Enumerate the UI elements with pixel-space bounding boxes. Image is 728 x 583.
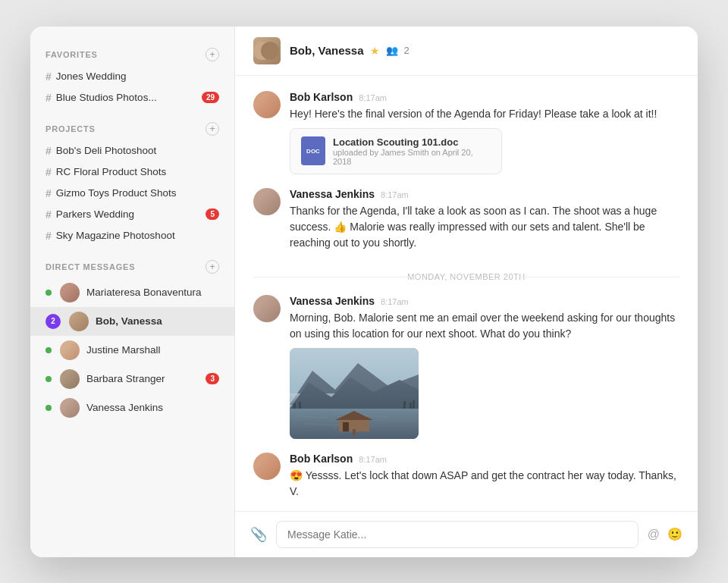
dm-label: DIRECT MESSAGES <box>46 262 135 271</box>
message-content: Bob Karlson 8:17am Hey! Here's the final… <box>290 91 679 174</box>
chat-area: Bob, Vanessa ★ 👥 2 Bob Karlson 8:17am He… <box>235 27 698 557</box>
sidebar-item-bobs-deli[interactable]: # Bob's Deli Photoshoot <box>30 140 234 161</box>
unread-badge: 3 <box>206 373 219 384</box>
message-text: 😍 Yessss. Let's lock that down ASAP and … <box>290 468 679 500</box>
chat-input-area: 📎 @ 🙂 <box>235 511 698 557</box>
message-group: Vanessa Jenkins 8:17am Thanks for the Ag… <box>253 188 679 251</box>
unread-count: 2 <box>46 314 61 329</box>
favorites-section-header: FAVORITES + <box>30 42 234 66</box>
dm-section-header: DIRECT MESSAGES + <box>30 254 234 278</box>
add-project-button[interactable]: + <box>206 122 219 136</box>
message-text: Thanks for the Agenda, I'll take a look … <box>290 203 679 251</box>
avatar <box>253 188 281 215</box>
message-time: 8:17am <box>381 297 409 306</box>
avatar <box>253 453 281 480</box>
doc-file-icon: DOC <box>301 136 325 165</box>
dm-item-bob-vanessa[interactable]: 2 Bob, Vanessa <box>30 307 234 336</box>
file-info: Location Scouting 101.doc uploaded by Ja… <box>333 136 491 166</box>
hash-icon: # <box>46 92 52 104</box>
dm-item-barbara[interactable]: Barbara Stranger 3 <box>30 365 234 393</box>
avatar <box>253 91 281 118</box>
message-text: Hey! Here's the final version of the Age… <box>290 106 679 122</box>
message-time: 8:17am <box>359 93 387 102</box>
sidebar-item-label: Gizmo Toys Product Shots <box>56 187 177 199</box>
projects-label: PROJECTS <box>46 124 96 133</box>
sidebar-item-parkers-wedding[interactable]: # Parkers Wedding 5 <box>30 204 234 225</box>
landscape-image <box>290 348 419 439</box>
message-text: Morning, Bob. Malorie sent me an email o… <box>290 310 679 342</box>
svg-rect-18 <box>353 429 356 435</box>
sidebar-item-jones-wedding[interactable]: # Jones Wedding <box>30 66 234 87</box>
sidebar-item-label: RC Floral Product Shots <box>56 166 167 177</box>
avatar <box>60 398 80 418</box>
mention-button[interactable]: @ <box>648 528 660 541</box>
message-header: Vanessa Jenkins 8:17am <box>290 188 679 200</box>
date-divider: Monday, November 20th <box>253 272 679 281</box>
message-content: Bob Karlson 8:17am 😍 Yessss. Let's lock … <box>290 453 679 500</box>
message-group: Bob Karlson 8:17am Hey! Here's the final… <box>253 91 679 174</box>
status-dot <box>46 347 52 353</box>
hash-icon: # <box>46 230 52 242</box>
svg-point-1 <box>261 42 279 60</box>
projects-section-header: PROJECTS + <box>30 116 234 140</box>
sidebar-item-label: Bob's Deli Photoshoot <box>56 145 156 156</box>
message-header: Bob Karlson 8:17am <box>290 453 679 465</box>
add-favorite-button[interactable]: + <box>206 48 219 61</box>
chat-title: Bob, Vanessa <box>290 44 364 57</box>
status-dot <box>46 290 52 296</box>
sidebar-item-label: Jones Wedding <box>56 71 127 82</box>
message-time: 8:17am <box>381 190 409 199</box>
file-attachment[interactable]: DOC Location Scouting 101.doc uploaded b… <box>290 128 502 174</box>
dm-label: Mariateresa Bonaventura <box>86 287 202 298</box>
message-time: 8:17am <box>359 455 387 464</box>
message-content: Vanessa Jenkins 8:17am Morning, Bob. Mal… <box>290 295 679 439</box>
sidebar-item-rc-floral[interactable]: # RC Floral Product Shots <box>30 161 234 183</box>
message-image <box>290 348 419 439</box>
message-header: Vanessa Jenkins 8:17am <box>290 295 679 307</box>
chat-header: Bob, Vanessa ★ 👥 2 <box>235 27 698 76</box>
chat-header-meta: Bob, Vanessa ★ 👥 2 <box>290 44 410 57</box>
people-icon: 👥 <box>386 45 398 56</box>
star-icon[interactable]: ★ <box>370 45 380 57</box>
dm-item-mariateresa[interactable]: Mariateresa Bonaventura <box>30 278 234 307</box>
status-dot <box>46 376 52 382</box>
member-count: 2 <box>404 45 410 56</box>
dm-item-justine[interactable]: Justine Marshall <box>30 336 234 365</box>
dm-label: Vanessa Jenkins <box>86 402 163 413</box>
sidebar-item-gizmo-toys[interactable]: # Gizmo Toys Product Shots <box>30 183 234 204</box>
message-group: Bob Karlson 8:17am 😍 Yessss. Let's lock … <box>253 453 679 500</box>
chat-header-avatar <box>253 37 281 64</box>
unread-badge: 5 <box>206 208 219 220</box>
hash-icon: # <box>46 208 52 221</box>
input-actions: @ 🙂 <box>648 527 682 541</box>
file-name: Location Scouting 101.doc <box>333 136 491 148</box>
favorites-label: FAVORITES <box>46 50 98 59</box>
svg-rect-17 <box>343 422 349 431</box>
sidebar-item-label: Blue Studios Photos... <box>56 92 157 103</box>
sidebar-item-label: Sky Magazine Photoshoot <box>56 230 175 241</box>
message-sender: Vanessa Jenkins <box>290 188 375 200</box>
message-sender: Bob Karlson <box>290 91 353 103</box>
sidebar-item-sky-magazine[interactable]: # Sky Magazine Photoshoot <box>30 225 234 246</box>
messages-container: Bob Karlson 8:17am Hey! Here's the final… <box>235 76 698 511</box>
emoji-button[interactable]: 🙂 <box>667 527 682 541</box>
sidebar: FAVORITES + # Jones Wedding # Blue Studi… <box>30 27 235 557</box>
app-container: FAVORITES + # Jones Wedding # Blue Studi… <box>30 27 698 557</box>
hash-icon: # <box>46 166 52 178</box>
unread-badge: 29 <box>202 92 219 103</box>
message-input[interactable] <box>276 521 639 548</box>
message-header: Bob Karlson 8:17am <box>290 91 679 103</box>
dm-item-vanessa[interactable]: Vanessa Jenkins <box>30 393 234 422</box>
avatar <box>69 312 89 331</box>
avatar <box>60 340 80 360</box>
add-dm-button[interactable]: + <box>206 260 219 274</box>
message-group: Vanessa Jenkins 8:17am Morning, Bob. Mal… <box>253 295 679 439</box>
hash-icon: # <box>46 71 52 83</box>
hash-icon: # <box>46 145 52 157</box>
attach-button[interactable]: 📎 <box>250 526 267 543</box>
avatar-composite-icon <box>253 37 281 64</box>
avatar <box>60 369 80 389</box>
sidebar-item-blue-studios[interactable]: # Blue Studios Photos... 29 <box>30 87 234 108</box>
message-sender: Vanessa Jenkins <box>290 295 375 307</box>
dm-label: Barbara Stranger <box>86 373 165 384</box>
